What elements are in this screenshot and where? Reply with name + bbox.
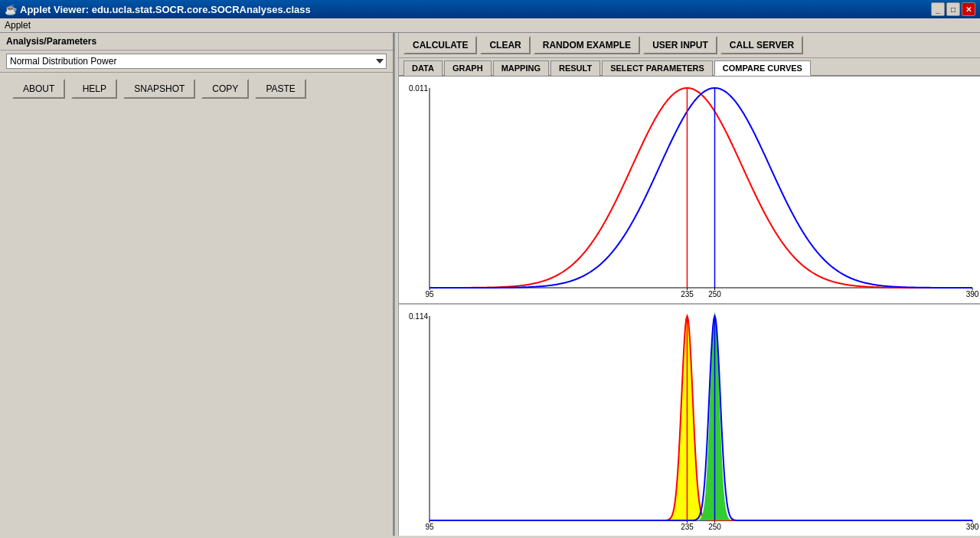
close-button[interactable]: ✕ xyxy=(962,2,975,16)
tab-compare-curves[interactable]: COMPARE CURVES xyxy=(714,60,811,76)
analysis-parameters-header: Analysis/Parameters xyxy=(0,33,393,51)
calculate-button[interactable]: CALCULATE xyxy=(403,36,477,54)
paste-button[interactable]: PASTE xyxy=(255,79,305,99)
main-layout: Analysis/Parameters Normal Distribution … xyxy=(0,33,980,536)
title-bar-icon: ☕ xyxy=(5,4,17,15)
snapshot-button[interactable]: SNAPSHOT xyxy=(123,79,195,99)
action-buttons: ABOUT HELP SNAPSHOT COPY PASTE xyxy=(0,73,393,105)
tab-data[interactable]: DATA xyxy=(403,60,443,76)
call-server-button[interactable]: CALL SERVER xyxy=(720,36,803,54)
copy-button[interactable]: COPY xyxy=(201,79,249,99)
title-bar-text: Applet Viewer: edu.ucla.stat.SOCR.core.S… xyxy=(20,4,311,15)
minimize-button[interactable]: _ xyxy=(931,2,945,16)
tab-mapping[interactable]: MAPPING xyxy=(493,60,549,76)
random-example-button[interactable]: RANDOM EXAMPLE xyxy=(534,36,640,54)
toolbar: CALCULATE CLEAR RANDOM EXAMPLE USER INPU… xyxy=(399,33,980,58)
charts-canvas xyxy=(399,77,980,536)
tab-graph[interactable]: GRAPH xyxy=(444,60,492,76)
title-bar-left: ☕ Applet Viewer: edu.ucla.stat.SOCR.core… xyxy=(5,4,311,15)
right-panel: CALCULATE CLEAR RANDOM EXAMPLE USER INPU… xyxy=(399,33,980,536)
analysis-select-wrapper: Normal Distribution Power xyxy=(6,54,387,69)
help-button[interactable]: HELP xyxy=(71,79,117,99)
clear-button[interactable]: CLEAR xyxy=(480,36,530,54)
tab-select-parameters[interactable]: SELECT PARAMETERS xyxy=(602,60,713,76)
user-input-button[interactable]: USER INPUT xyxy=(643,36,717,54)
left-panel: Analysis/Parameters Normal Distribution … xyxy=(0,33,394,536)
menu-item-applet[interactable]: Applet xyxy=(5,20,31,31)
title-bar: ☕ Applet Viewer: edu.ucla.stat.SOCR.core… xyxy=(0,0,980,18)
tabs: DATA GRAPH MAPPING RESULT SELECT PARAMET… xyxy=(399,58,980,77)
dropdown-row: Normal Distribution Power xyxy=(0,51,393,73)
menu-bar: Applet xyxy=(0,18,980,33)
maximize-button[interactable]: □ xyxy=(946,2,960,16)
about-button[interactable]: ABOUT xyxy=(12,79,65,99)
tab-result[interactable]: RESULT xyxy=(550,60,600,76)
charts-area xyxy=(399,77,980,536)
title-bar-controls: _ □ ✕ xyxy=(931,2,975,16)
analysis-select[interactable]: Normal Distribution Power xyxy=(6,54,387,69)
